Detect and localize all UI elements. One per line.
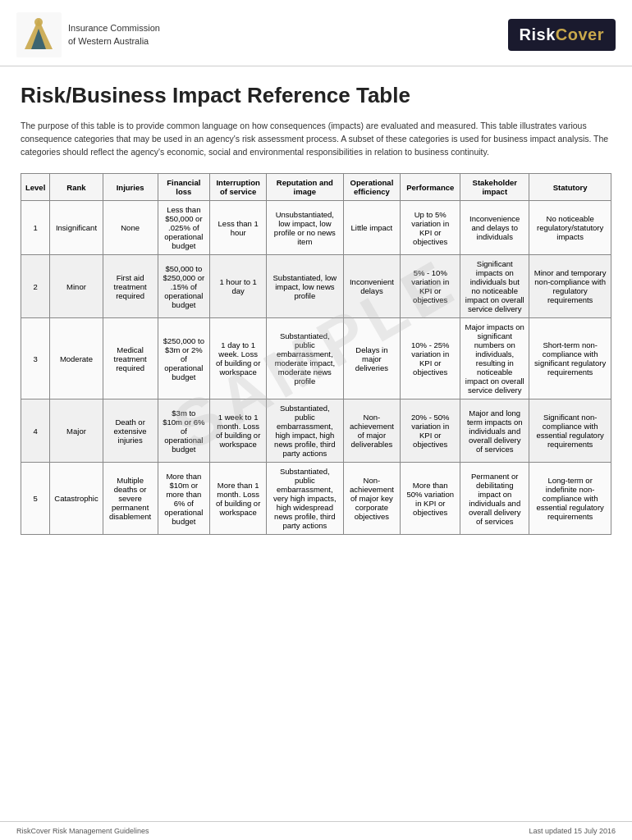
table-row: 4MajorDeath or extensive injuries$3m to … (21, 399, 611, 463)
cell-rank: Insignificant (50, 201, 103, 255)
cell-operational: Inconvenient delays (343, 255, 401, 318)
cell-performance: 10% - 25% variation in KPI or objectives (401, 318, 460, 399)
table-wrapper: Sample Level Rank Injuries Financial los… (21, 173, 611, 535)
cell-interruption: Less than 1 hour (210, 201, 267, 255)
cell-operational: Little impact (343, 201, 401, 255)
cell-performance: 5% - 10% variation in KPI or objectives (401, 255, 460, 318)
cell-financial: $50,000 to $250,000 or .15% of operation… (158, 255, 210, 318)
cell-financial: $3m to $10m or 6% of operational budget (158, 399, 210, 463)
col-reputation: Reputation and image (267, 174, 343, 201)
col-injuries: Injuries (103, 174, 158, 201)
cell-operational: Delays in major deliveries (343, 318, 401, 399)
page-title: Risk/Business Impact Reference Table (21, 83, 611, 108)
cell-rank: Minor (50, 255, 103, 318)
cell-rank: Major (50, 399, 103, 463)
cell-stakeholder: Significant impacts on individuals but n… (460, 255, 529, 318)
cell-level: 5 (21, 463, 50, 535)
logo-left: Insurance Commission of Western Australi… (16, 12, 160, 57)
riskcover-logo: RiskCover (508, 19, 616, 51)
svg-point-3 (34, 18, 43, 26)
cell-interruption: 1 day to 1 week. Loss of building or wor… (210, 318, 267, 399)
col-stakeholder: Stakeholder impact (460, 174, 529, 201)
cell-financial: Less than $50,000 or .025% of operationa… (158, 201, 210, 255)
cell-statutory: Short-term non-compliance with significa… (529, 318, 611, 399)
col-operational: Operational efficiency (343, 174, 401, 201)
cell-interruption: 1 week to 1 month. Loss of building or w… (210, 399, 267, 463)
cell-interruption: More than 1 month. Loss of building or w… (210, 463, 267, 535)
col-performance: Performance (401, 174, 460, 201)
cell-statutory: Minor and temporary non-compliance with … (529, 255, 611, 318)
risk-text: Risk (520, 25, 556, 43)
cell-interruption: 1 hour to 1 day (210, 255, 267, 318)
table-row: 2MinorFirst aid treatment required$50,00… (21, 255, 611, 318)
wa-logo-icon (16, 12, 62, 57)
page-footer: RiskCover Risk Management Guidelines Las… (0, 821, 632, 840)
cell-reputation: Substantiated, public embarrassment, hig… (267, 399, 343, 463)
table-row: 1InsignificantNoneLess than $50,000 or .… (21, 201, 611, 255)
cell-level: 2 (21, 255, 50, 318)
cell-statutory: Long-term or indefinite non-compliance w… (529, 463, 611, 535)
cell-performance: 20% - 50% variation in KPI or objectives (401, 399, 460, 463)
col-interruption: Interruption of service (210, 174, 267, 201)
cell-injuries: Medical treatment required (103, 318, 158, 399)
main-content: Risk/Business Impact Reference Table The… (0, 75, 632, 551)
cell-stakeholder: Permanent or debilitating impact on indi… (460, 463, 529, 535)
cell-reputation: Substantiated, low impact, low news prof… (267, 255, 343, 318)
footer-right: Last updated 15 July 2016 (529, 827, 616, 835)
cell-rank: Moderate (50, 318, 103, 399)
cell-performance: Up to 5% variation in KPI or objectives (401, 201, 460, 255)
cell-stakeholder: Inconvenience and delays to individuals (460, 201, 529, 255)
cell-injuries: Multiple deaths or severe permanent disa… (103, 463, 158, 535)
cell-rank: Catastrophic (50, 463, 103, 535)
cell-financial: $250,000 to $3m or 2% of operational bud… (158, 318, 210, 399)
cell-operational: Non-achievement of major deliverables (343, 399, 401, 463)
cell-performance: More than 50% variation in KPI or object… (401, 463, 460, 535)
cell-injuries: Death or extensive injuries (103, 399, 158, 463)
intro-text: The purpose of this table is to provide … (21, 120, 611, 158)
cell-level: 3 (21, 318, 50, 399)
cell-injuries: First aid treatment required (103, 255, 158, 318)
cell-stakeholder: Major and long term impacts on individua… (460, 399, 529, 463)
cell-injuries: None (103, 201, 158, 255)
cell-reputation: Substantiated, public embarrassment, mod… (267, 318, 343, 399)
table-row: 3ModerateMedical treatment required$250,… (21, 318, 611, 399)
table-row: 5CatastrophicMultiple deaths or severe p… (21, 463, 611, 535)
cell-level: 1 (21, 201, 50, 255)
col-statutory: Statutory (529, 174, 611, 201)
col-rank: Rank (50, 174, 103, 201)
col-financial: Financial loss (158, 174, 210, 201)
cell-reputation: Substantiated, public embarrassment, ver… (267, 463, 343, 535)
cell-financial: More than $10m or more than 6% of operat… (158, 463, 210, 535)
cell-statutory: Significant non-compliance with essentia… (529, 399, 611, 463)
cell-level: 4 (21, 399, 50, 463)
cell-statutory: No noticeable regulatory/statutory impac… (529, 201, 611, 255)
cell-reputation: Unsubstantiated, low impact, low profile… (267, 201, 343, 255)
cover-text: Cover (556, 25, 604, 43)
cell-operational: Non-achievement of major key corporate o… (343, 463, 401, 535)
page-header: Insurance Commission of Western Australi… (0, 0, 632, 66)
col-level: Level (21, 174, 50, 201)
table-header-row: Level Rank Injuries Financial loss Inter… (21, 174, 611, 201)
cell-stakeholder: Major impacts on significant numbers on … (460, 318, 529, 399)
org-name: Insurance Commission of Western Australi… (68, 22, 160, 48)
footer-left: RiskCover Risk Management Guidelines (16, 827, 149, 835)
risk-table: Level Rank Injuries Financial loss Inter… (21, 173, 611, 535)
